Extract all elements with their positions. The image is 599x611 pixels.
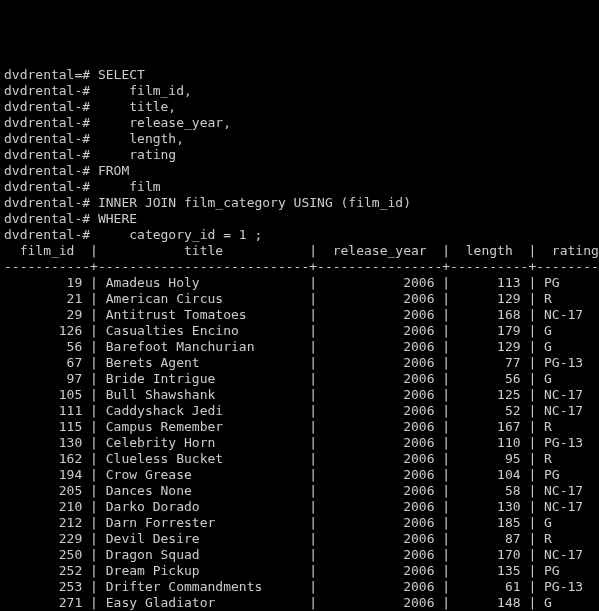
- sql-query-line: dvdrental-# title,: [4, 99, 595, 115]
- result-header-row: film_id | title | release_year | length …: [4, 243, 595, 259]
- result-data-row: 97 | Bride Intrigue | 2006 | 56 | G: [4, 371, 595, 387]
- result-data-row: 67 | Berets Agent | 2006 | 77 | PG-13: [4, 355, 595, 371]
- result-data-row: 162 | Clueless Bucket | 2006 | 95 | R: [4, 451, 595, 467]
- result-data-row: 210 | Darko Dorado | 2006 | 130 | NC-17: [4, 499, 595, 515]
- result-data-row: 253 | Drifter Commandments | 2006 | 61 |…: [4, 579, 595, 595]
- sql-query-line: dvdrental=# SELECT: [4, 67, 595, 83]
- result-data-row: 111 | Caddyshack Jedi | 2006 | 52 | NC-1…: [4, 403, 595, 419]
- result-data-row: 115 | Campus Remember | 2006 | 167 | R: [4, 419, 595, 435]
- sql-query-line: dvdrental-# category_id = 1 ;: [4, 227, 595, 243]
- result-data-row: 105 | Bull Shawshank | 2006 | 125 | NC-1…: [4, 387, 595, 403]
- result-data-row: 21 | American Circus | 2006 | 129 | R: [4, 291, 595, 307]
- sql-query-line: dvdrental-# length,: [4, 131, 595, 147]
- sql-query-line: dvdrental-# release_year,: [4, 115, 595, 131]
- result-separator-row: -----------+---------------------------+…: [4, 259, 595, 275]
- sql-query-line: dvdrental-# FROM: [4, 163, 595, 179]
- sql-query-line: dvdrental-# rating: [4, 147, 595, 163]
- result-data-row: 194 | Crow Grease | 2006 | 104 | PG: [4, 467, 595, 483]
- result-data-row: 212 | Darn Forrester | 2006 | 185 | G: [4, 515, 595, 531]
- result-data-row: 252 | Dream Pickup | 2006 | 135 | PG: [4, 563, 595, 579]
- result-data-row: 19 | Amadeus Holy | 2006 | 113 | PG: [4, 275, 595, 291]
- sql-query-line: dvdrental-# INNER JOIN film_category USI…: [4, 195, 595, 211]
- sql-query-line: dvdrental-# WHERE: [4, 211, 595, 227]
- result-data-row: 130 | Celebrity Horn | 2006 | 110 | PG-1…: [4, 435, 595, 451]
- result-data-row: 250 | Dragon Squad | 2006 | 170 | NC-17: [4, 547, 595, 563]
- result-data-row: 29 | Antitrust Tomatoes | 2006 | 168 | N…: [4, 307, 595, 323]
- sql-query-line: dvdrental-# film: [4, 179, 595, 195]
- result-data-row: 126 | Casualties Encino | 2006 | 179 | G: [4, 323, 595, 339]
- result-data-row: 229 | Devil Desire | 2006 | 87 | R: [4, 531, 595, 547]
- result-data-row: 271 | Easy Gladiator | 2006 | 148 | G: [4, 595, 595, 611]
- sql-query-line: dvdrental-# film_id,: [4, 83, 595, 99]
- result-data-row: 205 | Dances None | 2006 | 58 | NC-17: [4, 483, 595, 499]
- terminal-output: dvdrental=# SELECTdvdrental-# film_id,dv…: [4, 67, 595, 611]
- result-data-row: 56 | Barefoot Manchurian | 2006 | 129 | …: [4, 339, 595, 355]
